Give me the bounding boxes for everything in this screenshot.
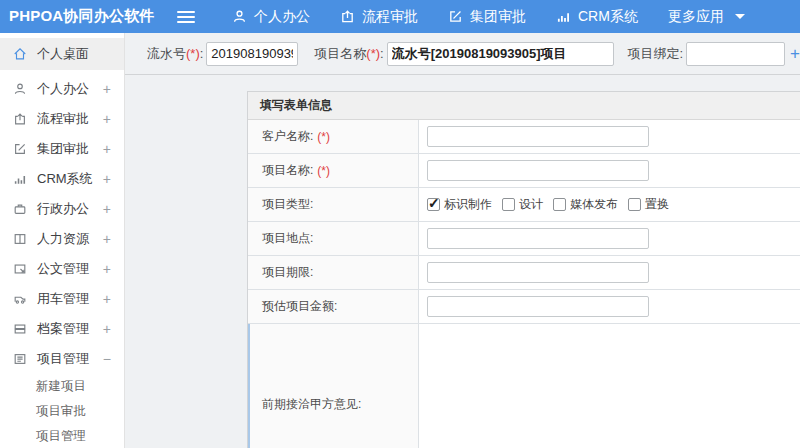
home-icon [13, 47, 28, 61]
main-content: 流水号(*): 项目名称(*): 项目绑定: + 填写表单信息 客户名称:(*)… [125, 33, 800, 448]
briefcase-icon [13, 202, 28, 216]
form-row-customer-name: 客户名称:(*) [248, 120, 800, 154]
required-mark: (*) [317, 164, 330, 178]
checkbox-label: 标识制作 [444, 196, 492, 213]
customer-name-input[interactable] [427, 126, 649, 147]
project-location-input[interactable] [427, 228, 649, 249]
field-label: 项目期限: [248, 256, 419, 289]
form-row-project-name: 项目名称:(*) [248, 154, 800, 188]
top-navigation: 个人办公 流程审批 集团审批 CRM系统 更多应用 [217, 0, 760, 33]
car-icon [13, 292, 28, 306]
expand-plus-icon[interactable]: + [103, 111, 111, 127]
expand-plus-icon[interactable]: + [103, 171, 111, 187]
expand-plus-icon[interactable]: + [103, 231, 111, 247]
topnav-more-apps[interactable]: 更多应用 [653, 0, 760, 33]
required-mark: (*) [317, 130, 330, 144]
sidebar-item-label: CRM系统 [37, 170, 93, 188]
sidebar-item-label: 档案管理 [37, 320, 89, 338]
expand-plus-icon[interactable]: + [103, 321, 111, 337]
checkbox-media-release[interactable] [553, 198, 566, 211]
form-row-project-duration: 项目期限: [248, 256, 800, 290]
form-row-preliminary-opinion: 前期接洽甲方意见: [248, 324, 800, 448]
checkbox-label: 置换 [645, 196, 669, 213]
sidebar-subitem-label: 项目审批 [36, 403, 86, 420]
form-row-project-type: 项目类型: 标识制作 设计 媒体发布 置换 [248, 188, 800, 222]
form-toolbar: 流水号(*): 项目名称(*): 项目绑定: + [125, 33, 800, 75]
topbar: PHPOA协同办公软件 个人办公 流程审批 集团审批 CRM系统 [0, 0, 800, 33]
checkbox-replacement[interactable] [628, 198, 641, 211]
required-mark: (*) [186, 46, 200, 61]
process-icon [340, 9, 355, 24]
sidebar-item-label: 项目管理 [37, 350, 89, 368]
topnav-group-approval[interactable]: 集团审批 [433, 0, 541, 33]
expand-plus-icon[interactable]: + [103, 291, 111, 307]
serial-input[interactable] [206, 42, 298, 66]
checkbox-design[interactable] [502, 198, 515, 211]
sidebar-item-label: 行政办公 [37, 200, 89, 218]
checkbox-label: 设计 [519, 196, 543, 213]
process-icon [13, 112, 28, 126]
estimated-amount-input[interactable] [427, 296, 649, 317]
preliminary-opinion-textarea[interactable] [419, 324, 800, 448]
project-name-label: 项目名称(*): [314, 45, 383, 63]
sidebar-item-desktop[interactable]: 个人桌面 [0, 38, 124, 70]
sidebar-item-label: 用车管理 [37, 290, 89, 308]
sidebar-item-projects[interactable]: 项目管理 − [0, 344, 124, 374]
sidebar-item-crm[interactable]: CRM系统 + [0, 164, 124, 194]
document-icon [13, 262, 28, 276]
app-title: PHPOA协同办公软件 [0, 7, 125, 26]
project-duration-input[interactable] [427, 262, 649, 283]
topnav-personal-office[interactable]: 个人办公 [217, 0, 325, 33]
expand-plus-icon[interactable]: + [103, 261, 111, 277]
sidebar-item-label: 人力资源 [37, 230, 89, 248]
sidebar-item-vehicles[interactable]: 用车管理 + [0, 284, 124, 314]
sidebar-item-group-approval[interactable]: 集团审批 + [0, 134, 124, 164]
sidebar-item-personal-office[interactable]: 个人办公 + [0, 74, 124, 104]
checkbox-label: 媒体发布 [570, 196, 618, 213]
topnav-crm[interactable]: CRM系统 [541, 0, 653, 33]
sidebar-item-label: 个人办公 [37, 80, 89, 98]
project-bind-label: 项目绑定: [627, 45, 683, 63]
sidebar-subitem-new-project[interactable]: 新建项目 [0, 374, 124, 399]
chart-icon [13, 172, 28, 186]
sidebar-subitem-label: 新建项目 [36, 378, 86, 395]
sidebar-subitem-label: 项目管理 [36, 428, 86, 445]
topnav-label: 更多应用 [668, 8, 724, 26]
topnav-label: 个人办公 [254, 8, 310, 26]
book-icon [13, 232, 28, 246]
add-binding-plus-icon[interactable]: + [790, 44, 800, 64]
form-row-estimated-amount: 预估项目金额: [248, 290, 800, 324]
expand-plus-icon[interactable]: + [103, 81, 111, 97]
topnav-label: CRM系统 [578, 8, 638, 26]
sidebar-item-hr[interactable]: 人力资源 + [0, 224, 124, 254]
topnav-process-approval[interactable]: 流程审批 [325, 0, 433, 33]
sidebar-subitem-project-approval[interactable]: 项目审批 [0, 399, 124, 424]
project-name-input[interactable] [387, 42, 615, 66]
sidebar-item-process-approval[interactable]: 流程审批 + [0, 104, 124, 134]
sidebar-item-label: 集团审批 [37, 140, 89, 158]
expand-plus-icon[interactable]: + [103, 141, 111, 157]
field-label: 项目名称:(*) [248, 154, 419, 187]
project-icon [13, 352, 28, 366]
hamburger-menu-icon[interactable] [177, 11, 195, 23]
checkbox-sign-production[interactable] [427, 198, 440, 211]
expand-plus-icon[interactable]: + [103, 201, 111, 217]
form-row-project-location: 项目地点: [248, 222, 800, 256]
chart-icon [556, 9, 571, 24]
field-label: 项目地点: [248, 222, 419, 255]
sidebar-item-documents[interactable]: 公文管理 + [0, 254, 124, 284]
project-bind-input[interactable] [686, 42, 785, 66]
project-name-field-input[interactable] [427, 160, 649, 181]
sidebar-item-admin-office[interactable]: 行政办公 + [0, 194, 124, 224]
user-icon [232, 9, 247, 24]
sidebar-item-archives[interactable]: 档案管理 + [0, 314, 124, 344]
sidebar-subitem-project-management[interactable]: 项目管理 [0, 424, 124, 448]
required-mark: (*) [366, 46, 380, 61]
topnav-label: 集团审批 [470, 8, 526, 26]
sidebar-item-label: 公文管理 [37, 260, 89, 278]
collapse-minus-icon[interactable]: − [103, 351, 111, 367]
archive-icon [13, 322, 28, 336]
edit-icon [448, 9, 463, 24]
field-label: 预估项目金额: [248, 290, 419, 323]
sidebar-submenu-projects: 新建项目 项目审批 项目管理 [0, 374, 124, 448]
